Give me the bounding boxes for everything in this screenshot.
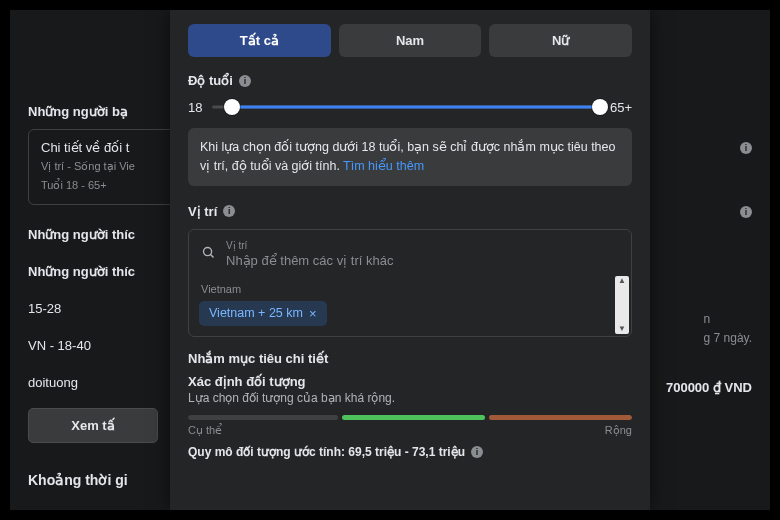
definition-sub: Lựa chọn đối tượng của bạn khá rộng. <box>188 391 632 405</box>
age-slider[interactable] <box>212 98 599 116</box>
gender-tab-male[interactable]: Nam <box>339 24 482 57</box>
gender-tab-female[interactable]: Nữ <box>489 24 632 57</box>
info-icon[interactable]: i <box>239 75 251 87</box>
age-label: Độ tuổi i <box>188 73 632 88</box>
location-input[interactable] <box>226 253 621 268</box>
bg-card-sub2: Tuổi 18 - 65+ <box>41 178 185 193</box>
location-chip[interactable]: Vietnam + 25 km × <box>199 301 327 326</box>
age-max-value: 65+ <box>610 100 632 115</box>
location-country-label: Vietnam <box>201 283 621 295</box>
chevron-down-icon[interactable]: ▼ <box>618 325 626 333</box>
location-small-label: Vị trí <box>226 240 621 251</box>
location-box: Vị trí Vietnam Vietnam + 25 km × ▲ ▼ <box>188 229 632 337</box>
location-scrollbar[interactable]: ▲ ▼ <box>615 276 629 334</box>
age-slider-handle-min[interactable] <box>224 99 240 115</box>
info-icon[interactable]: i <box>471 446 483 458</box>
gender-tab-all[interactable]: Tất cả <box>188 24 331 57</box>
location-chip-text: Vietnam + 25 km <box>209 306 303 320</box>
learn-more-link[interactable]: Tìm hiểu thêm <box>343 159 424 173</box>
svg-line-1 <box>211 255 214 258</box>
bg-right-text: n g 7 ngày. <box>704 310 752 348</box>
audience-modal: Tất cả Nam Nữ Độ tuổi i 18 65+ Khi lựa c… <box>170 10 650 510</box>
svg-point-0 <box>204 248 212 256</box>
bg-card-title: Chi tiết về đối t <box>41 140 185 155</box>
info-icon: i <box>740 142 752 154</box>
info-icon[interactable]: i <box>223 205 235 217</box>
gauge-right-label: Rộng <box>605 424 632 437</box>
audience-gauge: Cụ thể Rộng <box>188 415 632 437</box>
age-slider-handle-max[interactable] <box>592 99 608 115</box>
bg-section-time: Khoảng thời gi <box>28 472 128 488</box>
bg-result-amount: 700000 ₫ VND <box>666 380 752 395</box>
info-icon: i <box>740 206 752 218</box>
search-icon <box>201 245 216 263</box>
estimated-size: Quy mô đối tượng ước tính: 69,5 triệu - … <box>188 445 632 459</box>
bg-card-sub1: Vị trí - Sống tại Vie <box>41 159 185 174</box>
under-18-note: Khi lựa chọn đối tượng dưới 18 tuổi, bạn… <box>188 128 632 186</box>
definition-title: Xác định đối tượng <box>188 374 632 389</box>
close-icon[interactable]: × <box>309 306 317 321</box>
chevron-up-icon[interactable]: ▲ <box>618 277 626 285</box>
gauge-left-label: Cụ thể <box>188 424 222 437</box>
detailed-targeting-header: Nhắm mục tiêu chi tiết <box>188 351 632 366</box>
bg-view-all-button[interactable]: Xem tấ <box>28 408 158 443</box>
gender-segmented: Tất cả Nam Nữ <box>188 24 632 57</box>
age-min-value: 18 <box>188 100 202 115</box>
location-label: Vị trí i <box>188 204 632 219</box>
